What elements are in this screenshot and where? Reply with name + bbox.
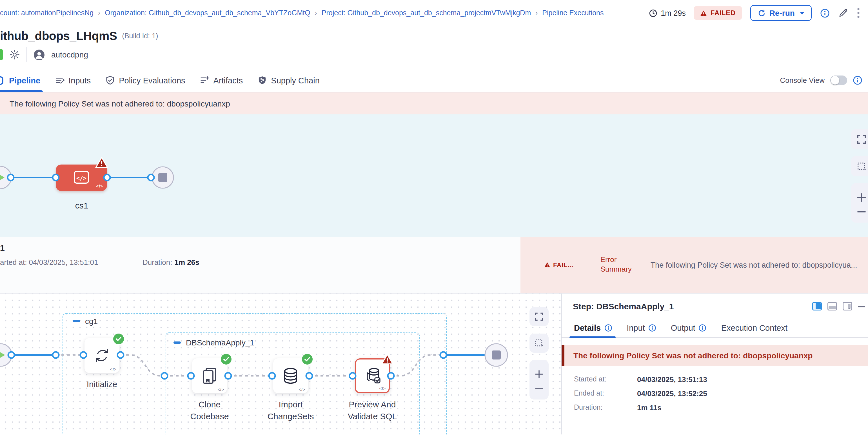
failed-badge-icon	[95, 157, 108, 168]
step-node-clone-codebase[interactable]: </>	[192, 359, 227, 393]
divider	[27, 47, 27, 62]
detail-value: 04/03/2025, 13:51:13	[637, 375, 868, 384]
tab-policy-evaluations[interactable]: Policy Evaluations	[105, 69, 185, 92]
elapsed-time: 1m 29s	[649, 9, 686, 17]
triggered-by-user[interactable]: autocdpng	[51, 50, 88, 59]
code-icon: </>	[96, 184, 103, 189]
tabs: Pipeline Inputs Policy Evaluations Artif…	[0, 63, 320, 92]
detail-label: Duration:	[574, 403, 637, 412]
info-icon[interactable]	[699, 324, 707, 332]
step-node-import-changesets[interactable]: </>	[273, 359, 308, 393]
title-row: ithub_dbops_LHqmS (Build Id: 1)	[0, 26, 868, 46]
top-bar: count: automationPipelinesNg › Organizat…	[0, 0, 868, 26]
layout-bottom-view-icon[interactable]	[828, 302, 837, 310]
fail-chip: FAIL...	[544, 261, 574, 268]
tab-input[interactable]: Input	[627, 323, 656, 333]
stage-node-cs1[interactable]: </> </>	[56, 164, 107, 191]
stage-connector-layer	[0, 114, 868, 237]
code-icon: </>	[110, 367, 117, 371]
zoom-out-button[interactable]	[534, 386, 544, 390]
detail-label: Ended at:	[574, 390, 637, 398]
zoom-out-button[interactable]	[857, 210, 866, 213]
step-label-import-changesets[interactable]: Import ChangeSets	[260, 398, 322, 422]
stage-error-strip: FAIL... Error Summary The following Poli…	[521, 237, 868, 293]
layout-minimize-view-icon[interactable]	[843, 302, 852, 310]
clock-icon	[649, 9, 657, 17]
console-view-control: Console View	[780, 75, 862, 92]
refresh-icon	[757, 9, 766, 17]
info-icon[interactable]	[604, 324, 612, 332]
step-label-preview-validate-sql[interactable]: Preview And Validate SQL	[339, 398, 406, 422]
page-title: ithub_dbops_LHqmS	[0, 29, 117, 43]
step-details-list: Started at: 04/03/2025, 13:51:13 Ended a…	[574, 375, 868, 412]
failed-badge-icon	[381, 354, 393, 365]
reset-view-button[interactable]	[529, 334, 549, 353]
top-actions: 1m 29s FAILED Re-run	[649, 5, 860, 21]
step-label-initialize[interactable]: Initialize	[68, 378, 136, 390]
more-options-icon[interactable]	[857, 7, 860, 19]
tag-badge	[0, 49, 3, 60]
breadcrumb-account[interactable]: count: automationPipelinesNg	[0, 9, 93, 17]
tab-execution-context[interactable]: Execution Context	[721, 323, 787, 333]
step-node-initialize[interactable]: </>	[85, 338, 119, 373]
detail-value: 04/03/2025, 13:52:25	[637, 390, 868, 398]
console-view-toggle[interactable]	[830, 75, 847, 85]
edit-pipeline-icon[interactable]	[838, 8, 848, 18]
success-badge-icon	[302, 354, 313, 365]
shield-network-icon	[257, 75, 267, 85]
pipeline-execution-page: count: automationPipelinesNg › Organizat…	[0, 0, 868, 435]
build-id: (Build Id: 1)	[122, 32, 158, 40]
collapse-icon[interactable]	[73, 320, 80, 322]
tab-output[interactable]: Output	[671, 323, 707, 333]
status-badge: FAILED	[694, 6, 742, 20]
layout-right-view-icon[interactable]	[812, 302, 822, 310]
rerun-button[interactable]: Re-run	[750, 5, 812, 21]
breadcrumb-separator: ›	[535, 9, 538, 17]
info-icon[interactable]	[648, 324, 656, 332]
tab-details[interactable]: Details	[574, 323, 612, 333]
tab-pipeline[interactable]: Pipeline	[0, 69, 40, 92]
code-icon: </>	[379, 386, 386, 391]
tab-supply-chain[interactable]: Supply Chain	[257, 69, 320, 92]
success-badge-icon	[221, 354, 231, 365]
detail-label: Started at:	[574, 375, 637, 384]
zoom-in-button[interactable]	[857, 192, 866, 202]
breadcrumb-project[interactable]: Project: Github_db_devops_aut_db_schema_…	[322, 9, 531, 17]
fullscreen-button[interactable]	[529, 307, 549, 326]
breadcrumb-pipeline-executions[interactable]: Pipeline Executions	[542, 9, 603, 17]
breadcrumb-organization[interactable]: Organization: Github_db_devops_aut_db_sc…	[105, 9, 310, 17]
error-summary-message: The following Policy Set was not adhered…	[651, 260, 868, 269]
info-icon[interactable]	[853, 75, 862, 85]
step-panel-title: Step: DBSchemaApply_1	[573, 302, 674, 311]
zoom-controls	[851, 183, 868, 223]
svg-text:</>: </>	[76, 175, 87, 181]
group-label-dbschemaapply[interactable]: DBSchemaApply_1	[174, 338, 254, 347]
toggle-knob	[831, 76, 839, 85]
tab-artifacts[interactable]: Artifacts	[200, 69, 243, 92]
step-label-clone-codebase[interactable]: Clone Codebase	[179, 398, 241, 422]
fullscreen-button[interactable]	[851, 129, 868, 149]
execution-section: cg1 DBSchemaApply_1 </>	[0, 293, 868, 434]
chevron-down-icon	[800, 11, 804, 14]
panel-layout-controls	[812, 302, 866, 310]
tab-inputs[interactable]: Inputs	[55, 69, 91, 92]
zoom-in-button[interactable]	[534, 370, 544, 379]
step-node-preview-validate-sql[interactable]: </>	[355, 359, 390, 393]
success-badge-icon	[113, 334, 124, 344]
zoom-controls	[529, 360, 549, 400]
stage-label[interactable]: cs1	[56, 200, 107, 210]
collapse-icon[interactable]	[174, 342, 181, 344]
group-label-cg1[interactable]: cg1	[73, 317, 98, 326]
gear-icon[interactable]	[9, 50, 20, 60]
breadcrumb-separator: ›	[98, 9, 100, 17]
active-tab-underline	[569, 336, 616, 338]
execution-graph-canvas: cg1 DBSchemaApply_1 </>	[0, 293, 561, 434]
step-error-message: The following Policy Set was not adhered…	[562, 345, 868, 366]
started-at: arted at: 04/03/2025, 13:51:01	[0, 258, 143, 267]
collapse-panel-icon[interactable]	[858, 305, 866, 307]
info-icon[interactable]	[820, 8, 830, 18]
pipeline-icon	[0, 76, 5, 85]
warning-icon	[701, 10, 707, 16]
reset-view-button[interactable]	[851, 156, 868, 176]
policy-violation-banner: The following Policy Set was not adhered…	[0, 92, 868, 114]
